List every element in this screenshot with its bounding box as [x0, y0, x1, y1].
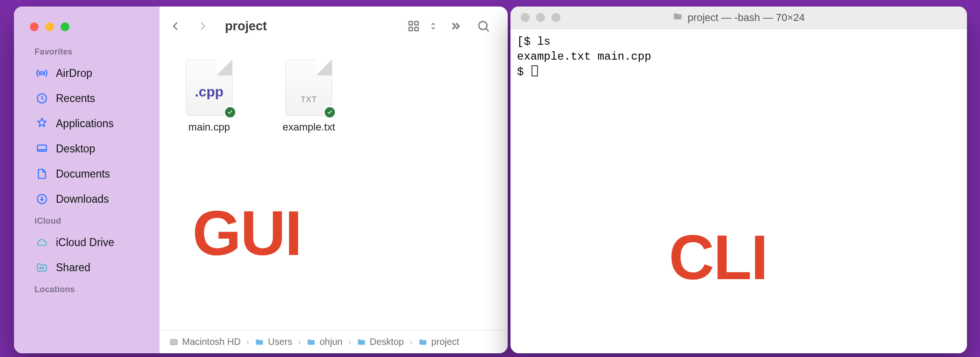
window-controls	[23, 18, 159, 42]
icon-view-icon	[402, 19, 426, 33]
sidebar-item-label: AirDrop	[56, 67, 92, 80]
svg-rect-9	[415, 27, 419, 31]
sidebar-item-desktop[interactable]: Desktop	[23, 136, 151, 161]
path-label: project	[431, 336, 459, 347]
terminal-title-text: project — -bash — 70×24	[687, 12, 804, 24]
file-item[interactable]: TXT example.txt	[276, 60, 341, 133]
minimize-window-button[interactable]	[45, 22, 54, 31]
more-button[interactable]	[443, 19, 468, 33]
path-label: Desktop	[370, 336, 404, 347]
finder-window: Favorites AirDrop Recents Applications D…	[14, 7, 508, 353]
path-item[interactable]: ohjun	[306, 336, 342, 347]
chevron-right-icon: ›	[245, 336, 252, 347]
overlay-label-gui: GUI	[192, 197, 301, 269]
file-label: example.txt	[283, 121, 335, 133]
file-extension-label: TXT	[286, 95, 332, 104]
svg-point-4	[40, 267, 41, 268]
airdrop-icon	[35, 67, 48, 80]
svg-point-10	[479, 21, 487, 30]
path-label: Users	[268, 336, 292, 347]
zoom-window-button[interactable]	[61, 22, 69, 31]
terminal-body[interactable]: [$ ls example.txt main.cpp $ CLI	[510, 29, 967, 353]
sidebar-section-locations: Locations	[23, 280, 159, 298]
sidebar-item-shared[interactable]: Shared	[23, 255, 151, 280]
window-title: project	[225, 19, 267, 34]
overlay-label-cli: CLI	[669, 215, 767, 300]
path-item[interactable]: Desktop	[357, 336, 404, 347]
terminal-line: $	[517, 66, 531, 78]
finder-toolbar: project	[160, 7, 508, 46]
close-window-button[interactable]	[30, 22, 39, 31]
zoom-window-button[interactable]	[551, 13, 560, 22]
shared-folder-icon	[35, 261, 48, 274]
sync-badge-icon	[323, 106, 336, 119]
window-controls	[521, 13, 560, 22]
terminal-cursor	[531, 65, 538, 76]
file-label: main.cpp	[188, 121, 230, 133]
sidebar-item-icloud-drive[interactable]: iCloud Drive	[23, 230, 151, 255]
folder-icon	[255, 337, 264, 347]
clock-icon	[35, 92, 48, 105]
terminal-line: example.txt main.cpp	[517, 50, 651, 63]
path-item[interactable]: Users	[255, 336, 292, 347]
sidebar-item-documents[interactable]: Documents	[23, 161, 151, 186]
folder-icon	[357, 337, 366, 347]
sidebar-item-label: Desktop	[56, 143, 95, 155]
desktop-icon	[35, 142, 48, 155]
sidebar-item-recents[interactable]: Recents	[23, 86, 151, 111]
disk-icon	[169, 337, 178, 347]
minimize-window-button[interactable]	[536, 13, 545, 22]
svg-rect-8	[409, 27, 413, 31]
txt-file-icon: TXT	[286, 60, 332, 116]
sidebar-item-airdrop[interactable]: AirDrop	[23, 61, 151, 86]
folder-icon	[673, 11, 683, 24]
finder-sidebar: Favorites AirDrop Recents Applications D…	[14, 7, 159, 353]
chevron-right-icon: ›	[296, 336, 303, 347]
nav-arrows	[164, 15, 220, 37]
path-item[interactable]: Macintosh HD	[169, 336, 241, 347]
sidebar-item-label: Documents	[56, 168, 110, 180]
svg-rect-6	[409, 21, 413, 25]
path-label: Macintosh HD	[182, 336, 241, 347]
sidebar-item-label: Recents	[56, 92, 95, 105]
folder-icon	[306, 337, 316, 347]
back-button[interactable]	[164, 15, 187, 37]
forward-button[interactable]	[191, 15, 214, 37]
chevron-right-icon: ›	[408, 336, 415, 347]
path-label: ohjun	[320, 336, 342, 347]
chevron-up-down-icon	[427, 20, 440, 33]
cpp-file-icon: .cpp	[186, 60, 232, 116]
terminal-line: [$ ls	[517, 35, 551, 48]
svg-rect-7	[415, 21, 419, 25]
sidebar-item-downloads[interactable]: Downloads	[23, 186, 151, 212]
downloads-icon	[35, 192, 48, 206]
finder-main: project .cpp	[159, 7, 508, 353]
terminal-title: project — -bash — 70×24	[673, 11, 804, 24]
sidebar-section-icloud: iCloud	[23, 212, 159, 230]
svg-rect-11	[170, 339, 177, 345]
sync-badge-icon	[224, 106, 237, 119]
terminal-window: project — -bash — 70×24 [$ ls example.tx…	[510, 7, 967, 353]
path-item[interactable]: project	[418, 336, 459, 347]
view-mode-control[interactable]	[402, 19, 440, 33]
chevron-right-icon: ›	[346, 336, 353, 347]
applications-icon	[35, 117, 48, 130]
cloud-icon	[35, 236, 48, 249]
sidebar-item-label: iCloud Drive	[56, 236, 114, 249]
sidebar-section-favorites: Favorites	[23, 42, 159, 61]
folder-icon	[418, 337, 428, 347]
file-item[interactable]: .cpp main.cpp	[177, 60, 242, 133]
sidebar-item-label: Downloads	[56, 193, 109, 206]
terminal-titlebar[interactable]: project — -bash — 70×24	[510, 7, 967, 29]
documents-icon	[35, 167, 48, 180]
search-button[interactable]	[471, 19, 496, 33]
svg-rect-2	[37, 145, 47, 151]
sidebar-item-label: Applications	[56, 117, 114, 130]
path-bar[interactable]: Macintosh HD › Users › ohjun ›	[160, 330, 508, 353]
close-window-button[interactable]	[521, 13, 530, 22]
sidebar-item-label: Shared	[56, 261, 90, 274]
file-extension-label: .cpp	[186, 84, 232, 100]
icon-view-area[interactable]: .cpp main.cpp TXT example.txt GUI	[160, 46, 508, 330]
svg-point-5	[42, 267, 44, 268]
sidebar-item-applications[interactable]: Applications	[23, 111, 151, 136]
